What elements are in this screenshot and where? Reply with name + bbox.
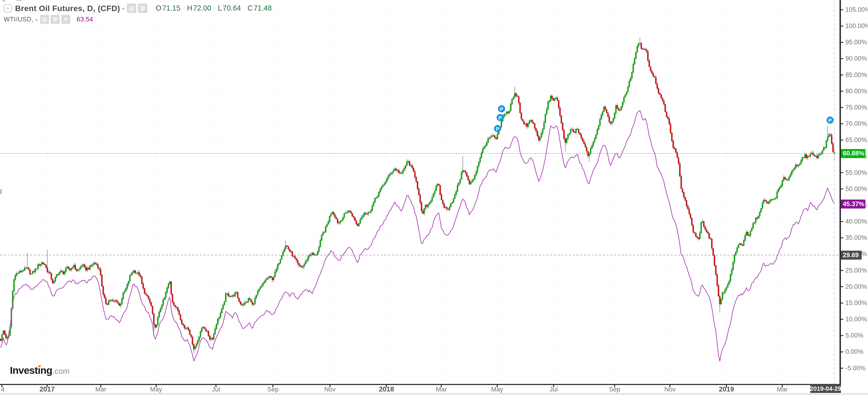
- settings-gear-icon[interactable]: ⚙: [138, 3, 147, 13]
- open-value: 71.15: [162, 4, 181, 12]
- remove-overlay-icon[interactable]: ✕: [61, 15, 70, 24]
- overlay-value: 63.54: [76, 16, 93, 23]
- visibility-icon[interactable]: ◎: [127, 3, 136, 13]
- investing-logo: Investıng.com: [10, 365, 69, 376]
- overlay-symbol-title[interactable]: WTI/USD,: [4, 16, 33, 23]
- open-key: O: [156, 4, 161, 12]
- close-value: 71.48: [254, 4, 272, 12]
- overlay-series-row: WTI/USD, ▾ ◎ ⚙ ✕ 63.54: [4, 14, 278, 25]
- close-key: C: [248, 4, 253, 12]
- high-key: H: [187, 4, 192, 12]
- collapse-legend-icon[interactable]: −: [4, 4, 12, 12]
- ohlc-values: OO71.15 H72.00 L70.64 C71.48: [155, 4, 278, 12]
- chevron-down-icon[interactable]: ▾: [36, 17, 38, 23]
- symbol-title[interactable]: Brent Oil Futures, D, (CFD): [15, 4, 120, 13]
- price-chart-canvas[interactable]: [0, 0, 868, 395]
- chart-legend: − Brent Oil Futures, D, (CFD) ▾ ◎ ⚙ OO71…: [4, 3, 278, 25]
- main-series-row: − Brent Oil Futures, D, (CFD) ▾ ◎ ⚙ OO71…: [4, 3, 278, 14]
- position-marker[interactable]: P: [498, 105, 505, 112]
- visibility-icon[interactable]: ◎: [40, 15, 49, 24]
- high-value: 72.00: [193, 4, 212, 12]
- chevron-down-icon[interactable]: ▾: [122, 6, 125, 11]
- low-key: L: [218, 4, 222, 12]
- chart-window: − Brent Oil Futures, D, (CFD) ▾ ◎ ⚙ OO71…: [0, 0, 868, 395]
- low-value: 70.64: [223, 4, 241, 12]
- settings-gear-icon[interactable]: ⚙: [51, 15, 60, 24]
